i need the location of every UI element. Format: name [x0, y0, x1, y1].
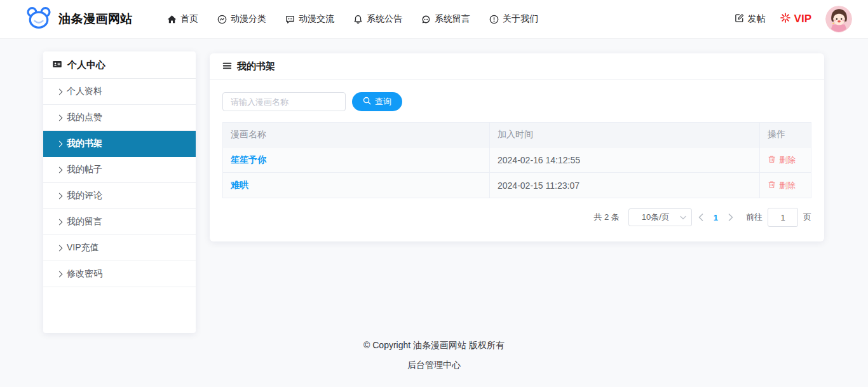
column-header-name: 漫画名称: [223, 123, 490, 147]
nav-item-home[interactable]: 首页: [167, 13, 198, 25]
sidebar-item-likes[interactable]: 我的点赞: [43, 105, 196, 131]
admin-center-label: 后台管理中心: [407, 360, 461, 370]
chevron-right-icon: [57, 245, 63, 251]
menu-icon: [222, 61, 232, 72]
sidebar-item-label: VIP充值: [67, 242, 99, 254]
site-logo[interactable]: 油条漫画网站: [25, 6, 133, 32]
sidebar-header: 个人中心: [43, 51, 196, 79]
sidebar-item-label: 我的评论: [67, 190, 102, 201]
sidebar-item-label: 修改密码: [67, 268, 102, 280]
table-row: 笙笙予你 2024-02-16 14:12:55 删除: [223, 147, 811, 173]
chevron-right-icon: [57, 114, 63, 121]
home-icon: [167, 15, 177, 24]
sidebar-item-label: 我的留言: [67, 216, 102, 227]
sidebar-item-label: 我的帖子: [67, 164, 102, 175]
nav-label: 动漫交流: [299, 13, 334, 25]
goto-prefix-label: 前往: [746, 212, 763, 223]
table-header-row: 漫画名称 加入时间 操作: [223, 123, 811, 147]
column-header-time: 加入时间: [490, 123, 760, 147]
nav-item-announcements[interactable]: 系统公告: [353, 13, 402, 25]
nav-item-forum[interactable]: 动漫交流: [285, 13, 334, 25]
total-count: 共 2 条: [593, 212, 619, 223]
search-button[interactable]: 查询: [352, 92, 402, 111]
sparkle-icon: [780, 12, 791, 27]
delete-button[interactable]: 删除: [768, 180, 796, 191]
bookshelf-table: 漫画名称 加入时间 操作 笙笙予你 2024-02-16 14:12:55: [222, 122, 811, 198]
user-avatar[interactable]: [825, 6, 852, 32]
chevron-right-icon: [57, 88, 63, 95]
trash-icon: [768, 155, 776, 165]
delete-label: 删除: [779, 180, 796, 191]
nav-label: 系统留言: [435, 13, 470, 25]
vip-button[interactable]: VIP: [780, 12, 811, 27]
chevron-right-icon: [57, 166, 63, 173]
added-time: 2024-02-16 14:12:55: [490, 147, 760, 173]
nav-item-categories[interactable]: 动漫分类: [217, 13, 266, 25]
added-time: 2024-02-15 11:23:07: [490, 173, 760, 198]
top-navbar: 油条漫画网站 首页 动漫分类 动漫交流: [0, 0, 868, 39]
search-button-label: 查询: [375, 96, 391, 107]
nav-label: 关于我们: [503, 13, 538, 25]
site-title: 油条漫画网站: [58, 11, 133, 27]
nav-label: 动漫分类: [231, 13, 266, 25]
main-nav: 首页 动漫分类 动漫交流 系统公告: [167, 13, 538, 25]
trash-icon: [768, 180, 776, 191]
vip-label: VIP: [794, 13, 811, 25]
info-icon: [489, 15, 499, 24]
copyright-text: © Copyright 油条漫画网站 版权所有: [0, 340, 868, 351]
table-row: 难哄 2024-02-15 11:23:07 删除: [223, 173, 811, 198]
chevron-right-icon: [57, 271, 63, 277]
prev-page-button[interactable]: [692, 214, 710, 221]
next-page-button[interactable]: [722, 214, 740, 221]
edit-icon: [735, 13, 744, 25]
sidebar-item-label: 我的点赞: [67, 112, 102, 123]
bookshelf-card: 我的书架 查询 漫画名称 加入时间 操作: [210, 53, 824, 241]
category-icon: [217, 15, 227, 24]
chat-round-icon: [421, 15, 431, 24]
column-header-actions: 操作: [760, 123, 811, 147]
sidebar-item-label: 我的书架: [67, 138, 102, 149]
sidebar-item-change-password[interactable]: 修改密码: [43, 261, 196, 287]
sidebar-item-comments[interactable]: 我的评论: [43, 183, 196, 209]
chat-square-icon: [285, 15, 295, 24]
nav-item-messages[interactable]: 系统留言: [421, 13, 470, 25]
sidebar-item-profile[interactable]: 个人资料: [43, 79, 196, 105]
sidebar-item-label: 个人资料: [67, 86, 102, 97]
nav-label: 系统公告: [367, 13, 402, 25]
pagination: 共 2 条 10条/页 1 前往 页: [210, 208, 811, 227]
card-header: 我的书架: [210, 53, 824, 80]
page-title: 我的书架: [237, 60, 275, 72]
page: 油条漫画网站 首页 动漫分类 动漫交流: [0, 0, 868, 387]
nav-label: 首页: [180, 13, 198, 25]
nav-item-about[interactable]: 关于我们: [489, 13, 538, 25]
sidebar-title: 个人中心: [67, 59, 105, 71]
header-right: 发帖 VIP: [735, 6, 852, 32]
search-icon: [363, 97, 371, 107]
search-bar: 查询: [210, 80, 824, 111]
comic-link[interactable]: 笙笙予你: [231, 154, 266, 165]
chevron-right-icon: [57, 219, 63, 225]
create-post-button[interactable]: 发帖: [735, 13, 766, 25]
sidebar-item-messages[interactable]: 我的留言: [43, 209, 196, 235]
page-number-1[interactable]: 1: [710, 213, 722, 222]
comic-link[interactable]: 难哄: [231, 180, 248, 190]
admin-center-link[interactable]: 后台管理中心: [0, 360, 868, 371]
user-center-sidebar: 个人中心 个人资料 我的点赞 我的书架 我的帖子 我的评论 我的留言 VIP充值…: [43, 51, 196, 333]
goto-suffix-label: 页: [803, 212, 811, 223]
goto-page: 前往 页: [746, 208, 811, 227]
sidebar-item-posts[interactable]: 我的帖子: [43, 157, 196, 183]
content-area: 个人中心 个人资料 我的点赞 我的书架 我的帖子 我的评论 我的留言 VIP充值…: [0, 39, 868, 386]
search-input[interactable]: [222, 92, 346, 111]
page-size-select[interactable]: 10条/页: [628, 208, 692, 226]
id-card-icon: [52, 59, 62, 71]
chevron-right-icon: [57, 193, 63, 199]
chevron-right-icon: [57, 140, 63, 147]
post-label: 发帖: [748, 13, 766, 25]
bell-icon: [353, 15, 363, 24]
page-size-label: 10条/页: [642, 212, 670, 223]
sidebar-item-bookshelf[interactable]: 我的书架: [43, 131, 196, 157]
goto-page-input[interactable]: [768, 208, 798, 227]
sidebar-item-vip-recharge[interactable]: VIP充值: [43, 235, 196, 261]
delete-label: 删除: [779, 154, 796, 166]
delete-button[interactable]: 删除: [768, 154, 796, 166]
